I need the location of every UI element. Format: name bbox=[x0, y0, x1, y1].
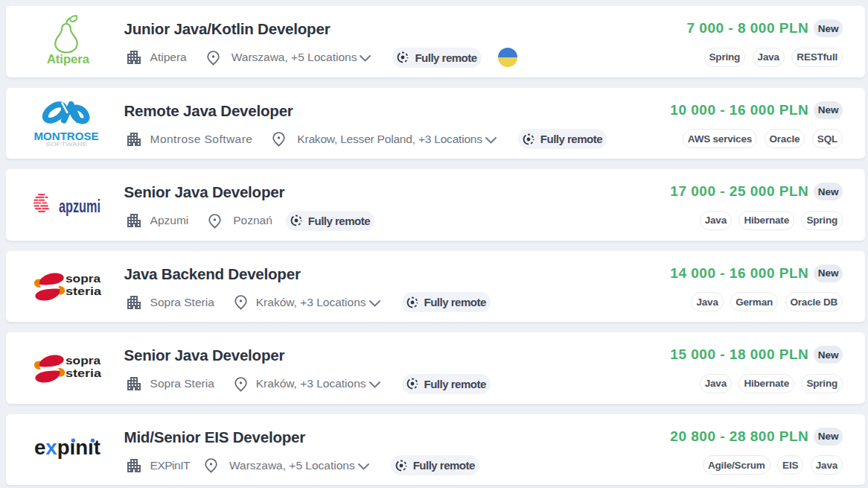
svg-text:sopra: sopra bbox=[66, 354, 101, 366]
svg-text:steria: steria bbox=[66, 285, 102, 297]
svg-text:MONTROSE: MONTROSE bbox=[34, 130, 99, 142]
svg-text:steria: steria bbox=[66, 367, 102, 378]
svg-text:Atipera: Atipera bbox=[46, 52, 89, 66]
svg-text:SOFTWARE: SOFTWARE bbox=[46, 142, 88, 147]
svg-text:apzumi: apzumi bbox=[59, 197, 100, 216]
svg-text:sopra: sopra bbox=[66, 273, 101, 285]
svg-text:expınıt: expınıt bbox=[34, 435, 100, 458]
